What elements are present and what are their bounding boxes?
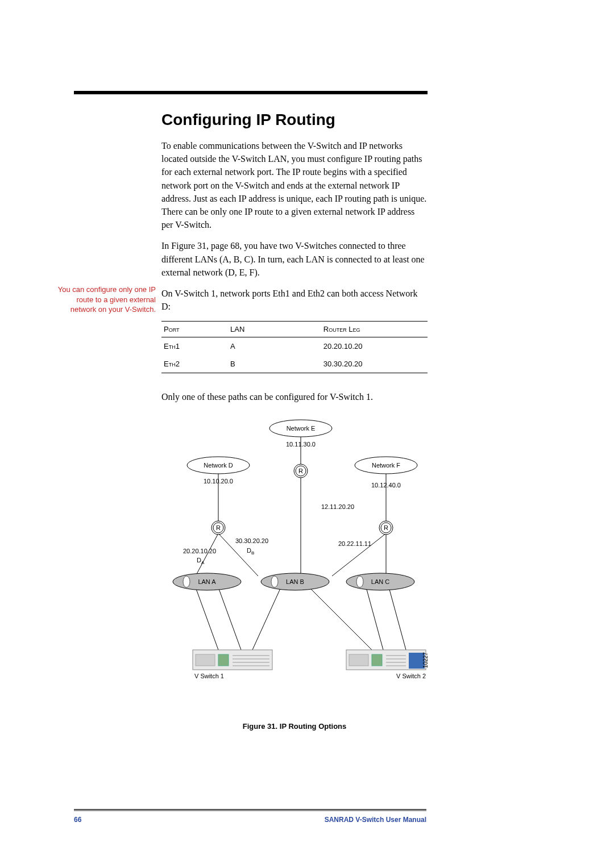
col-lan: LAN (228, 322, 321, 337)
svg-line-8 (196, 587, 218, 650)
ports-table: Port LAN Router Leg Eth1 A 20.20.10.20 E… (161, 321, 428, 373)
top-rule (74, 91, 428, 94)
label-router: R (384, 524, 388, 531)
paragraph-2: In Figure 31, page 68, you have two V-Sw… (161, 239, 428, 279)
side-number: 10227 (422, 652, 428, 668)
svg-point-24 (183, 576, 190, 587)
cell-port: Eth1 (161, 337, 228, 356)
svg-rect-37 (349, 654, 368, 666)
label-r3-leg: 20.22.11.11 (338, 540, 371, 547)
label-router: R (216, 524, 221, 531)
paragraph-3: On V-Switch 1, network ports Eth1 and Et… (161, 287, 428, 313)
label-leg-left: 20.20.10.20 (183, 548, 216, 554)
label-leg-right: 30.30.20.20 (235, 537, 268, 544)
cell-lan: A (228, 337, 321, 356)
label-net-e-ip: 10.11.30.0 (286, 441, 316, 448)
col-leg: Router Leg (321, 322, 428, 337)
footer-title: SANRAD V-Switch User Manual (325, 816, 426, 824)
label-da: DA (197, 557, 205, 565)
cell-lan: B (228, 355, 321, 373)
svg-line-10 (252, 587, 281, 650)
svg-rect-38 (372, 654, 382, 666)
label-rmid-ip: 12.11.20.20 (321, 503, 354, 510)
svg-line-11 (366, 587, 383, 650)
section-heading: Configuring IP Routing (161, 111, 428, 129)
label-lan-c: LAN C (371, 578, 389, 585)
label-vs1: V Switch 1 (194, 673, 224, 679)
paragraph-4: Only one of these paths can be configure… (161, 390, 428, 403)
svg-rect-31 (218, 654, 229, 666)
footer-rule (74, 809, 426, 811)
table-row: Eth1 A 20.20.10.20 (161, 337, 428, 356)
svg-line-12 (389, 587, 406, 650)
figure-caption: Figure 31. IP Routing Options (161, 722, 428, 731)
table-row: Eth2 B 30.30.20.20 (161, 355, 428, 373)
label-net-e: Network E (287, 425, 316, 432)
label-lan-a: LAN A (198, 578, 216, 585)
label-lan-b: LAN B (286, 578, 304, 585)
col-port: Port (161, 322, 228, 337)
svg-rect-30 (196, 654, 215, 666)
cell-port: Eth2 (161, 355, 228, 373)
label-vs2: V Switch 2 (396, 673, 426, 679)
svg-line-9 (218, 587, 241, 650)
label-net-f-ip: 10.12.40.0 (371, 482, 401, 489)
margin-note: You can configure only one IP route to a… (57, 285, 156, 315)
label-db: DB (247, 547, 254, 556)
label-net-d-ip: 10.10.20.0 (204, 478, 233, 485)
label-router: R (298, 468, 303, 474)
svg-point-28 (356, 576, 363, 587)
svg-point-26 (271, 576, 278, 587)
label-net-d: Network D (204, 462, 233, 469)
page-number: 66 (74, 816, 81, 824)
vswitch1-box (193, 650, 272, 670)
paragraph-1: To enable communications between the V-S… (161, 139, 428, 231)
main-content: Configuring IP Routing To enable communi… (161, 99, 428, 731)
svg-line-13 (309, 587, 372, 650)
svg-line-3 (196, 533, 218, 576)
cell-leg: 30.30.20.20 (321, 355, 428, 373)
label-net-f: Network F (372, 462, 400, 469)
diagram: Network E 10.11.30.0 Network D 10.10.20.… (161, 411, 428, 710)
vswitch2-box (346, 650, 426, 670)
cell-leg: 20.20.10.20 (321, 337, 428, 356)
